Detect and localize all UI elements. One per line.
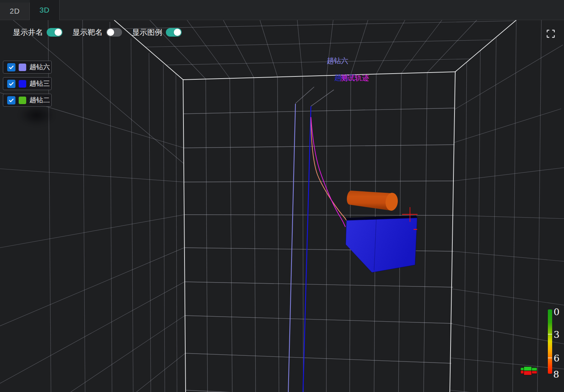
check-icon xyxy=(9,98,14,103)
legend-label-run6: 趟钻六 xyxy=(29,62,50,72)
control-show-target-names: 显示靶名 xyxy=(73,27,122,37)
target-glyph-green-red xyxy=(521,367,537,375)
checkbox-run6[interactable] xyxy=(7,63,15,71)
display-toggles: 显示井名 显示靶名 显示图例 xyxy=(13,27,182,37)
scene-label-run6: 趟钻六 xyxy=(327,57,348,65)
scene-label-test-trajectory: 测试轨迹 xyxy=(340,74,369,82)
trajectory-run6-lavender xyxy=(288,104,295,392)
room-wireframe-grid xyxy=(0,9,564,392)
cylinder-3d-object xyxy=(347,191,398,211)
well-legend: 趟钻六 趟钻三 趟钻二 xyxy=(3,61,52,110)
color-swatch-run3 xyxy=(19,80,26,88)
check-icon xyxy=(9,65,14,70)
wellhead-stub-lines xyxy=(295,87,334,106)
legend-item-run2[interactable]: 趟钻二 xyxy=(3,94,52,107)
legend-label-run2: 趟钻二 xyxy=(29,95,50,105)
toggle-knob xyxy=(55,29,62,36)
trajectory-test-magenta xyxy=(311,117,345,227)
tab-3d[interactable]: 3D xyxy=(30,0,60,20)
tab-bar: 2D 3D xyxy=(0,0,564,20)
fullscreen-button[interactable] xyxy=(545,28,556,39)
toggle-show-well-names[interactable] xyxy=(47,28,62,37)
toggle-knob xyxy=(174,29,181,36)
colorbar-tick-8: 8 xyxy=(553,369,559,380)
control-show-legend: 显示图例 xyxy=(132,27,182,37)
checkbox-run2[interactable] xyxy=(7,96,15,104)
colorbar-tick-0: 0 xyxy=(554,307,560,317)
tab-bar-spacer xyxy=(60,0,564,20)
color-swatch-run6 xyxy=(19,64,26,71)
tab-2d[interactable]: 2D xyxy=(0,3,30,20)
toggle-label-legend: 显示图例 xyxy=(132,27,162,37)
toggle-show-target-names[interactable] xyxy=(106,28,122,37)
scene-canvas[interactable]: 趟钻六 趟钻三 测试轨迹 xyxy=(0,0,564,392)
toggle-label-well-names: 显示井名 xyxy=(13,27,43,37)
checkbox-run3[interactable] xyxy=(7,80,15,88)
trajectory-salmon xyxy=(311,117,347,221)
fullscreen-icon xyxy=(546,29,556,39)
target-box-3d-object xyxy=(346,215,418,272)
toggle-knob xyxy=(107,29,114,36)
colorbar-tick-6: 6 xyxy=(554,353,560,364)
toggle-label-target-names: 显示靶名 xyxy=(73,27,103,37)
check-icon xyxy=(9,81,14,87)
control-show-well-names: 显示井名 xyxy=(13,27,62,37)
viewport-3d[interactable]: 趟钻六 趟钻三 测试轨迹 xyxy=(0,0,564,392)
legend-item-run6[interactable]: 趟钻六 xyxy=(3,61,52,74)
legend-item-run3[interactable]: 趟钻三 xyxy=(3,77,52,90)
toggle-show-legend[interactable] xyxy=(166,28,182,37)
color-scale-bar: 0 3 6 8 xyxy=(548,307,560,380)
color-swatch-run2 xyxy=(19,97,26,104)
colorbar-tick-3: 3 xyxy=(554,329,560,340)
legend-label-run3: 趟钻三 xyxy=(29,79,50,88)
